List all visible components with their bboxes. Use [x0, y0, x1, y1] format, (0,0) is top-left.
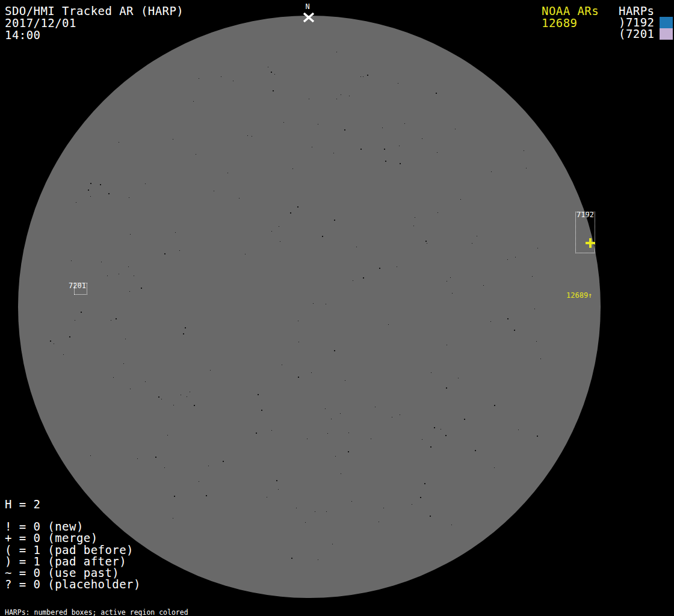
page-title: SDO/HMI Tracked AR (HARP) — [5, 5, 184, 17]
harp-count-line: H = 2 — [5, 498, 40, 510]
date-label: 2017/12/01 — [5, 17, 184, 29]
harp-box-7192-label: 7192 — [577, 212, 594, 218]
flag-stats-legend: ! = 0 (new) + = 0 (merge) ( = 1 (pad bef… — [5, 521, 141, 591]
title-block: SDO/HMI Tracked AR (HARP) 2017/12/01 14:… — [5, 5, 184, 41]
cross-vertical-bar — [589, 238, 592, 248]
stat-line-pad-before: ( = 1 (pad before) — [5, 544, 141, 556]
footer-notes: HARPs: numbered boxes; active region col… — [5, 596, 247, 616]
time-label: 14:00 — [5, 29, 184, 41]
north-x-marker-icon — [302, 12, 315, 23]
harp-7201-legend-entry: (7201 — [619, 28, 654, 40]
footer-harps-note: HARPs: numbered boxes; active region col… — [5, 609, 247, 616]
harp-7201-color-swatch — [660, 28, 673, 40]
noaa-ars-legend: NOAA ARs 12689 — [542, 5, 599, 29]
harp-7192-color-swatch — [660, 17, 673, 28]
harp-box-7201: 7201 — [74, 283, 87, 295]
sun-disk — [18, 16, 601, 598]
noaa-ar-disk-label: 12689↑ — [566, 292, 592, 299]
harp-box-7201-label: 7201 — [69, 283, 86, 289]
north-label: N — [303, 3, 312, 10]
harps-legend: HARPs )7192 (7201 — [619, 5, 654, 40]
noaa-ar-12689-legend-entry: 12689 — [542, 17, 599, 29]
harp-tracker-frame: { "colors": { "background": "#000000", "… — [0, 0, 674, 616]
stat-line-merge: + = 0 (merge) — [5, 532, 141, 544]
stat-line-placeholder: ? = 0 (placeholder) — [5, 579, 141, 590]
noaa-ar-cross-marker-icon — [586, 238, 595, 248]
noaa-ars-heading: NOAA ARs — [542, 5, 599, 17]
